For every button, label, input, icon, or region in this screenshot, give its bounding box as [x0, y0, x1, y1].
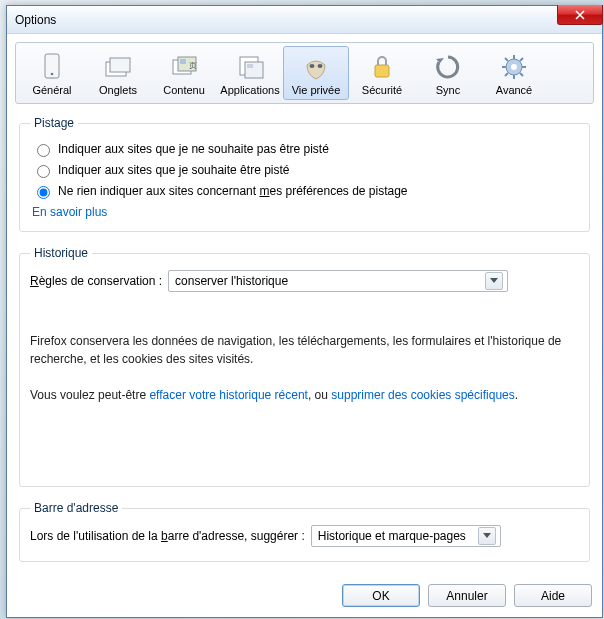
content-area: Pistage Indiquer aux sites que je ne sou…	[7, 108, 602, 578]
tab-tabs[interactable]: Onglets	[85, 46, 151, 100]
history-rule-select[interactable]: conserver l'historique	[168, 270, 508, 292]
tab-advanced[interactable]: Avancé	[481, 46, 547, 100]
ok-button[interactable]: OK	[342, 584, 420, 607]
history-desc1: Firefox conservera les données de naviga…	[30, 332, 579, 368]
tab-security-label: Sécurité	[362, 84, 402, 96]
tab-sync[interactable]: Sync	[415, 46, 481, 100]
tracking-opt-allow-track[interactable]: Indiquer aux sites que je souhaite être …	[32, 162, 579, 178]
svg-rect-14	[375, 65, 389, 77]
tab-content[interactable]: 页 Contenu	[151, 46, 217, 100]
chevron-down-icon	[485, 272, 503, 290]
tracking-learn-more-link[interactable]: En savoir plus	[32, 205, 107, 219]
history-rule-value: conserver l'historique	[175, 274, 288, 288]
tracking-opt3-label: Ne rien indiquer aux sites concernant me…	[58, 184, 408, 198]
tab-sync-label: Sync	[436, 84, 460, 96]
addressbar-value: Historique et marque-pages	[318, 529, 466, 543]
svg-rect-7	[180, 59, 186, 64]
security-icon	[366, 51, 398, 83]
tracking-group: Pistage Indiquer aux sites que je ne sou…	[19, 116, 590, 232]
tab-privacy-label: Vie privée	[292, 84, 341, 96]
window-title: Options	[15, 13, 56, 27]
tab-general[interactable]: Général	[19, 46, 85, 100]
options-window: Options Général Onglets 页 Contenu	[6, 5, 603, 618]
general-icon	[36, 51, 68, 83]
svg-point-13	[318, 64, 323, 68]
tab-general-label: Général	[32, 84, 71, 96]
cancel-button[interactable]: Annuler	[428, 584, 506, 607]
svg-point-12	[310, 64, 315, 68]
sync-icon	[432, 51, 464, 83]
tracking-opt-do-not-track[interactable]: Indiquer aux sites que je ne souhaite pa…	[32, 141, 579, 157]
titlebar: Options	[7, 6, 602, 34]
tab-applications[interactable]: Applications	[217, 46, 283, 100]
svg-rect-11	[247, 64, 253, 68]
svg-point-1	[51, 73, 54, 76]
svg-point-16	[511, 64, 517, 70]
addressbar-suggest-select[interactable]: Historique et marque-pages	[311, 525, 501, 547]
gear-icon	[498, 51, 530, 83]
history-desc2: Vous voulez peut-être effacer votre hist…	[30, 386, 579, 404]
addressbar-legend: Barre d'adresse	[30, 501, 122, 515]
tab-security[interactable]: Sécurité	[349, 46, 415, 100]
tracking-opt-no-pref[interactable]: Ne rien indiquer aux sites concernant me…	[32, 183, 579, 199]
tracking-opt1-label: Indiquer aux sites que je ne souhaite pa…	[58, 142, 329, 156]
close-button[interactable]	[557, 5, 603, 25]
privacy-icon	[300, 51, 332, 83]
svg-line-23	[505, 73, 508, 76]
category-toolbar: Général Onglets 页 Contenu Applications V…	[15, 42, 594, 104]
tracking-legend: Pistage	[30, 116, 78, 130]
history-description: Firefox conservera les données de naviga…	[30, 332, 579, 476]
history-legend: Historique	[30, 246, 92, 260]
tabs-icon	[102, 51, 134, 83]
svg-text:页: 页	[189, 61, 197, 70]
history-rule-label: Règles de conservation :	[30, 274, 162, 288]
chevron-down-icon	[478, 527, 496, 545]
tracking-radio-2[interactable]	[37, 165, 50, 178]
history-group: Historique Règles de conservation : cons…	[19, 246, 590, 487]
addressbar-label: Lors de l'utilisation de la barre d'adre…	[30, 529, 305, 543]
tab-privacy[interactable]: Vie privée	[283, 46, 349, 100]
applications-icon	[234, 51, 266, 83]
tracking-radio-1[interactable]	[37, 144, 50, 157]
tab-applications-label: Applications	[220, 84, 279, 96]
tab-tabs-label: Onglets	[99, 84, 137, 96]
help-button[interactable]: Aide	[514, 584, 592, 607]
close-icon	[575, 10, 585, 20]
tracking-radio-3[interactable]	[37, 186, 50, 199]
clear-recent-history-link[interactable]: effacer votre historique récent	[149, 388, 308, 402]
content-icon: 页	[168, 51, 200, 83]
svg-rect-4	[110, 58, 130, 72]
svg-line-24	[520, 58, 523, 61]
tab-content-label: Contenu	[163, 84, 205, 96]
remove-cookies-link[interactable]: supprimer des cookies spécifiques	[331, 388, 514, 402]
dialog-buttons: OK Annuler Aide	[7, 578, 602, 617]
svg-line-21	[505, 58, 508, 61]
tab-advanced-label: Avancé	[496, 84, 533, 96]
svg-line-22	[520, 73, 523, 76]
addressbar-group: Barre d'adresse Lors de l'utilisation de…	[19, 501, 590, 562]
tracking-opt2-label: Indiquer aux sites que je souhaite être …	[58, 163, 289, 177]
